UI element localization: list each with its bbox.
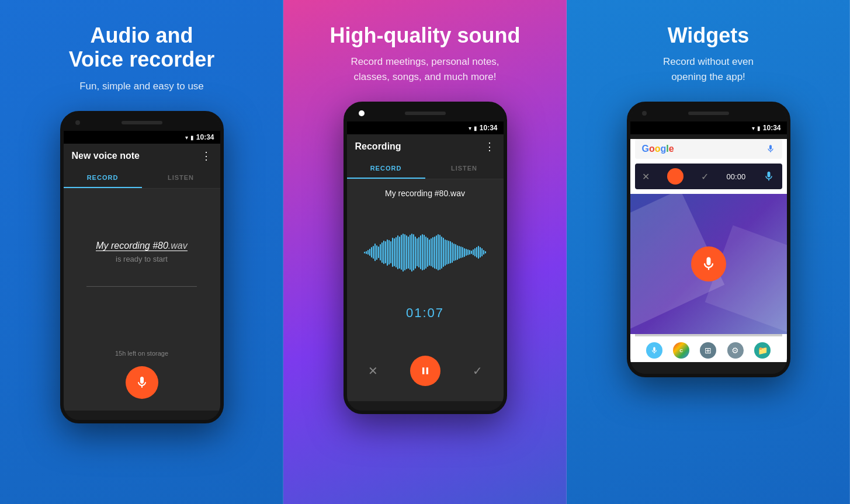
waveform-bar [374,244,376,261]
dock-apps-icon[interactable]: ⊞ [700,342,716,359]
waveform-bar [452,242,453,263]
cancel-btn-middle[interactable]: ✕ [368,364,378,378]
waveform-bar [381,242,383,263]
waveform-bar [438,234,439,270]
waveform-bar [369,249,370,256]
widget-mic-icon [763,171,775,182]
menu-dots-middle[interactable]: ⋮ [484,140,495,153]
phone-bottom-middle [347,401,504,411]
dock-folder-icon[interactable]: 📁 [754,342,771,359]
waveform-bar [397,235,398,269]
record-button-left[interactable] [126,366,158,399]
waveform-bar [478,246,479,259]
phone-bottom-right [630,364,787,374]
menu-dots-left[interactable]: ⋮ [201,150,212,162]
tab-listen-left[interactable]: LISTEN [142,168,220,188]
pause-button-middle[interactable] [410,356,440,386]
panel-middle: High-quality sound Record meetings, pers… [283,0,567,504]
waveform-bar [418,237,419,267]
waveform-bar [366,251,367,254]
waveform-bar [424,235,425,270]
waveform-bar [453,244,455,261]
panel-left-title: Audio and Voice recorder [69,23,214,72]
screen-middle: My recording #80.wav 01:07 ✕ ✓ [347,179,504,401]
waveform-bar [464,248,465,257]
waveform-bar [373,246,374,259]
app-bar-left: New voice note ⋮ [64,144,220,168]
waveform-bar [483,250,484,255]
waveform-bar [466,249,467,256]
waveform-bar [388,240,390,265]
bottom-controls-middle: ✕ ✓ [356,350,494,392]
waveform-bar [473,249,474,255]
tabs-bar-middle: RECORD LISTEN [347,159,504,179]
wifi-icon-right: ▾ [752,125,755,131]
panel-middle-title: High-quality sound [330,23,521,47]
waveform-bar [394,238,395,266]
waveform-bar [431,238,432,266]
battery-icon-left: ▮ [190,134,194,141]
waveform-bar [441,237,442,269]
status-bar-middle: ▾ ▮ 10:34 [347,121,504,134]
waveform-bar [376,245,377,260]
status-bar-right: ▾ ▮ 10:34 [630,121,787,134]
wifi-icon-left: ▾ [185,134,188,141]
waveform-bar [460,246,462,258]
confirm-btn-middle[interactable]: ✓ [473,364,483,378]
status-bar-left: ▾ ▮ 10:34 [64,131,220,144]
waveform-bar [455,244,456,260]
widget-screen: Google ✕ ✓ 00:00 [630,139,787,362]
panel-left-subtitle: Fun, simple and easy to use [79,79,204,94]
waveform-bar [383,241,384,264]
waveform-bar [474,248,476,256]
waveform-bar [485,251,486,253]
widget-time: 00:00 [727,172,746,181]
waveform-bar [417,238,418,266]
waveform-bar [469,250,470,255]
phone-bottom-left [64,411,220,420]
waveform-bar [420,235,421,269]
app-title-left: New voice note [72,151,140,161]
waveform-bar [410,235,411,270]
waveform-bar [367,250,369,255]
speaker-right [688,112,729,115]
tab-listen-middle[interactable]: LISTEN [425,159,504,179]
recording-name-left: My recording #80.wav [96,241,188,251]
screen-left: My recording #80.wav is ready to start 1… [64,189,220,411]
dock-settings-icon[interactable]: ⚙ [727,342,744,359]
google-search-bar[interactable]: Google [635,139,782,159]
phone-right: ▾ ▮ 10:34 Google ✕ ✓ 00:00 [627,102,790,377]
phone-left: ▾ ▮ 10:34 New voice note ⋮ RECORD LISTEN… [60,111,224,423]
waveform-bar [392,238,393,267]
widget-close-icon[interactable]: ✕ [642,171,650,182]
dock-mic-icon[interactable] [646,342,662,359]
waveform-bar [403,234,404,272]
speaker-left [122,121,162,124]
waveform-middle [356,229,494,276]
tab-record-middle[interactable]: RECORD [347,159,425,179]
waveform-bar [422,234,423,270]
phone-middle: ▾ ▮ 10:34 Recording ⋮ RECORD LISTEN My r… [344,102,507,414]
tab-record-left[interactable]: RECORD [64,168,142,188]
dock-chrome-icon[interactable]: C [673,342,689,359]
waveform-bar [476,247,477,258]
widget-rec-dot[interactable] [667,168,684,185]
time-right: 10:34 [763,124,781,132]
waveform-bar [378,246,379,258]
waveform-bar [467,249,469,255]
waveform-bar [445,239,446,266]
waveform-bar [371,247,372,258]
battery-icon-middle: ▮ [474,125,477,131]
waveform-bar [443,238,444,267]
widget-check-icon[interactable]: ✓ [701,171,709,182]
waveform-bar [446,240,447,265]
waveform-bar [425,237,426,269]
widget-mic-fab[interactable] [691,246,726,281]
app-bar-middle: Recording ⋮ [347,134,504,159]
speaker-middle [405,112,446,115]
phone-top-bar-right [630,105,787,121]
camera-right [642,111,647,116]
waveform-bar [387,239,388,266]
waveform-bar [439,235,440,270]
storage-text: 15h left on storage [115,338,168,357]
